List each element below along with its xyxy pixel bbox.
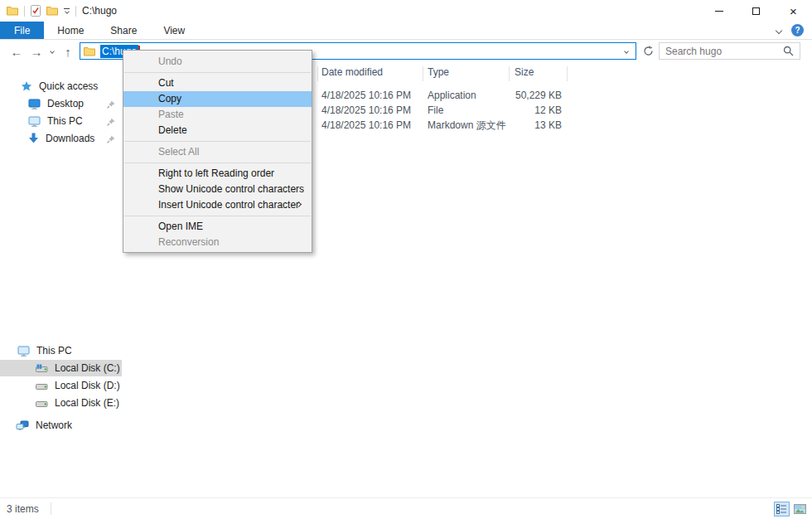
menu-item-label: Insert Unicode control character [158, 199, 299, 211]
minimize-button[interactable] [700, 0, 737, 22]
explorer-window: C:\hugo × File Home Share View ? ← → ↑ C… [0, 0, 812, 519]
refresh-button[interactable] [640, 42, 656, 60]
this-pc-icon [17, 346, 30, 357]
menu-item-delete[interactable]: Delete [123, 123, 312, 138]
address-context-menu: Undo Cut Copy Paste Delete Select All Ri… [123, 50, 312, 253]
sidebar-item-label: Local Disk (C:) [55, 362, 120, 374]
maximize-button[interactable] [737, 0, 775, 22]
minimize-icon [715, 11, 723, 12]
titlebar-separator [75, 6, 76, 17]
sidebar-item-this-pc[interactable]: This PC [0, 342, 122, 359]
sidebar-item-label: This PC [47, 115, 83, 127]
sidebar-item-label: Local Disk (D:) [55, 380, 120, 391]
recent-locations-chevron-icon[interactable] [46, 50, 58, 53]
sidebar-item-label: Network [36, 420, 72, 431]
details-view-icon [776, 504, 787, 514]
help-icon[interactable]: ? [791, 24, 804, 36]
ribbon-tab-bar: File Home Share View ? [0, 22, 812, 40]
address-folder-icon [84, 46, 95, 56]
cell-size: 12 KB [464, 103, 562, 118]
sidebar-item-local-disk-c[interactable]: Local Disk (C:) [0, 360, 122, 376]
menu-separator [124, 216, 311, 216]
sidebar-item-label: Quick access [39, 80, 98, 92]
tab-file[interactable]: File [0, 22, 44, 39]
sidebar-item-this-pc-quick[interactable]: This PC [0, 113, 122, 129]
menu-item-show-unicode-control-characters[interactable]: Show Unicode control characters [123, 182, 312, 197]
search-input[interactable] [665, 46, 783, 57]
properties-icon[interactable] [31, 5, 41, 17]
this-pc-icon [28, 116, 41, 127]
cell-size: 50,229 KB [464, 88, 562, 103]
column-separator[interactable] [509, 66, 510, 81]
status-separator [51, 502, 51, 515]
window-title: C:\hugo [82, 5, 117, 17]
pin-icon [107, 117, 115, 129]
sidebar-item-label: Local Disk (E:) [55, 397, 119, 409]
maximize-icon [752, 7, 760, 15]
refresh-icon [643, 46, 654, 56]
window-controls: × [700, 0, 812, 22]
local-disk-c-icon [36, 364, 48, 373]
expand-ribbon-chevron-icon[interactable] [776, 27, 782, 33]
large-icons-view-button[interactable] [792, 502, 808, 517]
column-header-type[interactable]: Type [428, 66, 449, 83]
sidebar-item-quick-access[interactable]: Quick access [0, 78, 122, 95]
quick-access-toolbar [0, 5, 76, 17]
quick-access-star-icon [21, 80, 32, 92]
local-disk-icon [36, 381, 48, 390]
sidebar-item-desktop[interactable]: Desktop [0, 95, 122, 112]
titlebar-separator [24, 6, 25, 17]
back-icon[interactable]: ← [7, 45, 27, 59]
items-count: 3 items [7, 503, 39, 515]
sidebar-item-label: Desktop [47, 98, 84, 109]
cell-date-modified: 4/18/2025 10:16 PM [321, 88, 421, 103]
address-dropdown-chevron-icon[interactable] [625, 50, 636, 53]
column-separator[interactable] [317, 66, 318, 81]
column-header-date-modified[interactable]: Date modified [321, 66, 383, 83]
menu-separator [124, 72, 311, 73]
column-separator[interactable] [567, 66, 568, 81]
menu-item-open-ime[interactable]: Open IME [123, 219, 312, 235]
local-disk-icon [36, 399, 48, 408]
tab-home[interactable]: Home [44, 22, 97, 39]
pin-icon [107, 99, 115, 111]
search-box [659, 42, 800, 60]
downloads-icon [28, 133, 39, 144]
menu-separator [124, 162, 311, 163]
column-separator[interactable] [423, 66, 423, 81]
network-icon [16, 420, 29, 431]
tab-view[interactable]: View [150, 22, 198, 39]
desktop-icon [28, 99, 41, 109]
sidebar-item-local-disk-d[interactable]: Local Disk (D:) [0, 377, 122, 394]
menu-separator [124, 141, 311, 142]
new-folder-icon[interactable] [46, 6, 58, 16]
menu-item-undo[interactable]: Undo [123, 54, 312, 70]
cell-date-modified: 4/18/2025 10:16 PM [321, 103, 421, 118]
cell-date-modified: 4/18/2025 10:16 PM [321, 118, 421, 133]
close-icon: × [790, 5, 797, 17]
menu-item-reconversion[interactable]: Reconversion [123, 235, 312, 250]
forward-icon[interactable]: → [27, 45, 46, 59]
menu-item-copy[interactable]: Copy [123, 91, 312, 107]
navigation-pane: Quick access Desktop This PC Downl [0, 63, 122, 497]
menu-item-select-all[interactable]: Select All [123, 144, 312, 160]
menu-item-cut[interactable]: Cut [123, 75, 312, 91]
folder-window-icon [7, 6, 18, 16]
customize-qat-dropdown-icon[interactable] [64, 8, 70, 13]
close-button[interactable]: × [775, 0, 812, 22]
sidebar-item-downloads[interactable]: Downloads [0, 130, 122, 147]
sidebar-item-label: Downloads [46, 133, 94, 144]
search-icon[interactable] [783, 46, 794, 56]
menu-item-insert-unicode-control-character[interactable]: Insert Unicode control character [123, 197, 312, 213]
up-icon[interactable]: ↑ [58, 45, 78, 59]
large-icons-view-icon [794, 504, 806, 514]
menu-item-paste[interactable]: Paste [123, 107, 312, 123]
sidebar-item-label: This PC [36, 345, 72, 357]
navigation-toolbar: ← → ↑ C:\hugo [0, 40, 812, 63]
sidebar-item-local-disk-e[interactable]: Local Disk (E:) [0, 395, 122, 411]
column-header-size[interactable]: Size [515, 66, 534, 83]
sidebar-item-network[interactable]: Network [0, 417, 122, 434]
menu-item-rtl-reading-order[interactable]: Right to left Reading order [123, 166, 312, 182]
tab-share[interactable]: Share [97, 22, 150, 39]
details-view-button[interactable] [774, 502, 790, 517]
